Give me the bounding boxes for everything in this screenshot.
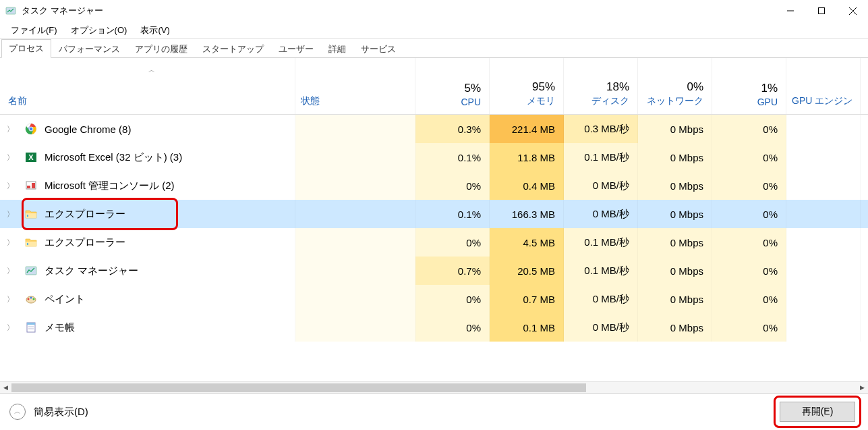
- cell-status: [295, 285, 415, 313]
- cell-name: 〉 エクスプローラー: [0, 200, 295, 228]
- column-gpu-engine[interactable]: GPU エンジン: [786, 58, 861, 114]
- fewer-details-toggle[interactable]: ︿: [9, 404, 26, 420]
- footer: ︿ 簡易表示(D) 再開(E): [0, 393, 868, 430]
- cell-gpu: 0%: [712, 115, 786, 143]
- svg-rect-16: [27, 243, 28, 245]
- cell-mem: 11.8 MB: [490, 143, 564, 171]
- fewer-details-label[interactable]: 簡易表示(D): [34, 406, 88, 419]
- menu-options[interactable]: オプション(O): [64, 22, 134, 38]
- cell-cpu: 0.1%: [415, 200, 490, 228]
- expand-chevron-icon[interactable]: 〉: [7, 266, 19, 276]
- column-disk[interactable]: 18% ディスク: [564, 58, 638, 114]
- svg-rect-11: [27, 186, 30, 188]
- process-row[interactable]: 〉 メモ帳 0%0.1 MB0 MB/秒0 Mbps0%: [0, 313, 868, 342]
- cell-gpu: 0%: [712, 313, 786, 342]
- expand-chevron-icon[interactable]: 〉: [7, 294, 19, 304]
- svg-rect-17: [26, 267, 36, 275]
- cell-status: [295, 171, 415, 200]
- svg-point-7: [29, 127, 33, 131]
- close-button[interactable]: [837, 0, 868, 22]
- cell-name: 〉 ペイント: [0, 285, 295, 313]
- svg-rect-2: [819, 8, 825, 14]
- process-table: ︿ 名前 状態 5% CPU 95% メモリ 18% ディスク 0% ネットワー…: [0, 58, 868, 393]
- cell-cpu: 0%: [415, 285, 490, 313]
- process-row[interactable]: 〉 エクスプローラー 0.1%166.3 MB0 MB/秒0 Mbps0%: [0, 200, 868, 228]
- process-row[interactable]: 〉 Google Chrome (8) 0.3%221.4 MB0.3 MB/秒…: [0, 115, 868, 143]
- titlebar: タスク マネージャー: [0, 0, 868, 22]
- horizontal-scrollbar[interactable]: ◀ ▶: [0, 381, 868, 393]
- minimize-button[interactable]: [775, 0, 806, 22]
- process-row[interactable]: 〉 Microsoft 管理コンソール (2) 0%0.4 MB0 MB/秒0 …: [0, 171, 868, 200]
- column-headers: ︿ 名前 状態 5% CPU 95% メモリ 18% ディスク 0% ネットワー…: [0, 58, 868, 115]
- tab-performance[interactable]: パフォーマンス: [51, 40, 127, 58]
- expand-chevron-icon[interactable]: 〉: [7, 209, 19, 219]
- maximize-button[interactable]: [806, 0, 837, 22]
- cell-gpu: 0%: [712, 200, 786, 228]
- process-name-label: メモ帳: [45, 321, 75, 334]
- cell-mem: 166.3 MB: [490, 200, 564, 228]
- cell-cpu: 0%: [415, 228, 490, 257]
- svg-rect-12: [32, 183, 35, 188]
- cell-disk: 0.1 MB/秒: [564, 257, 638, 285]
- column-cpu[interactable]: 5% CPU: [415, 58, 490, 114]
- column-name[interactable]: ︿ 名前: [0, 58, 295, 114]
- tab-app-history[interactable]: アプリの履歴: [127, 40, 195, 58]
- process-row[interactable]: 〉 ペイント 0%0.7 MB0 MB/秒0 Mbps0%: [0, 285, 868, 313]
- excel-icon: X: [24, 151, 38, 164]
- tab-details[interactable]: 詳細: [321, 40, 353, 58]
- cell-gpu-engine: [786, 228, 861, 257]
- restart-button[interactable]: 再開(E): [780, 402, 855, 422]
- scroll-right-button[interactable]: ▶: [857, 382, 868, 394]
- process-list[interactable]: 〉 Google Chrome (8) 0.3%221.4 MB0.3 MB/秒…: [0, 115, 868, 381]
- menu-file[interactable]: ファイル(F): [4, 22, 64, 38]
- tab-users[interactable]: ユーザー: [271, 40, 321, 58]
- window-controls: [775, 0, 868, 22]
- process-row[interactable]: 〉 エクスプローラー 0%4.5 MB0.1 MB/秒0 Mbps0%: [0, 228, 868, 257]
- svg-point-20: [30, 297, 32, 299]
- tab-startup[interactable]: スタートアップ: [195, 40, 271, 58]
- expand-chevron-icon[interactable]: 〉: [7, 153, 19, 163]
- cell-gpu-engine: [786, 143, 861, 171]
- cell-net: 0 Mbps: [638, 200, 712, 228]
- cell-net: 0 Mbps: [638, 143, 712, 171]
- tab-services[interactable]: サービス: [353, 40, 403, 58]
- cell-gpu-engine: [786, 313, 861, 342]
- cell-mem: 0.4 MB: [490, 171, 564, 200]
- process-name-label: エクスプローラー: [45, 208, 125, 221]
- cell-gpu: 0%: [712, 171, 786, 200]
- svg-point-19: [28, 298, 30, 300]
- cell-cpu: 0.1%: [415, 143, 490, 171]
- sort-indicator-icon: ︿: [8, 65, 295, 75]
- cell-status: [295, 313, 415, 342]
- expand-chevron-icon[interactable]: 〉: [7, 124, 19, 134]
- cell-status: [295, 143, 415, 171]
- column-memory[interactable]: 95% メモリ: [490, 58, 564, 114]
- expand-chevron-icon[interactable]: 〉: [7, 323, 19, 333]
- process-row[interactable]: 〉 X Microsoft Excel (32 ビット) (3) 0.1%11.…: [0, 143, 868, 171]
- column-status[interactable]: 状態: [295, 58, 415, 114]
- window-title: タスク マネージャー: [22, 5, 103, 17]
- tab-processes[interactable]: プロセス: [1, 39, 51, 58]
- cell-name: 〉 X Microsoft Excel (32 ビット) (3): [0, 143, 295, 171]
- cell-name: 〉 Microsoft 管理コンソール (2): [0, 171, 295, 200]
- cell-disk: 0.1 MB/秒: [564, 228, 638, 257]
- expand-chevron-icon[interactable]: 〉: [7, 181, 19, 191]
- explorer-icon: [24, 207, 38, 221]
- scroll-left-button[interactable]: ◀: [0, 382, 11, 394]
- svg-rect-0: [6, 7, 16, 14]
- column-network[interactable]: 0% ネットワーク: [638, 58, 712, 114]
- svg-rect-23: [27, 323, 35, 325]
- cell-gpu: 0%: [712, 143, 786, 171]
- cell-mem: 4.5 MB: [490, 228, 564, 257]
- process-row[interactable]: 〉 タスク マネージャー 0.7%20.5 MB0.1 MB/秒0 Mbps0%: [0, 257, 868, 285]
- column-gpu[interactable]: 1% GPU: [712, 58, 786, 114]
- process-name-label: Microsoft Excel (32 ビット) (3): [45, 151, 182, 164]
- cell-gpu-engine: [786, 200, 861, 228]
- expand-chevron-icon[interactable]: 〉: [7, 238, 19, 248]
- menu-view[interactable]: 表示(V): [134, 22, 176, 38]
- svg-text:X: X: [28, 153, 34, 161]
- scroll-thumb[interactable]: [11, 383, 586, 392]
- cell-net: 0 Mbps: [638, 171, 712, 200]
- scroll-track[interactable]: [11, 382, 857, 394]
- mmc-icon: [24, 179, 38, 192]
